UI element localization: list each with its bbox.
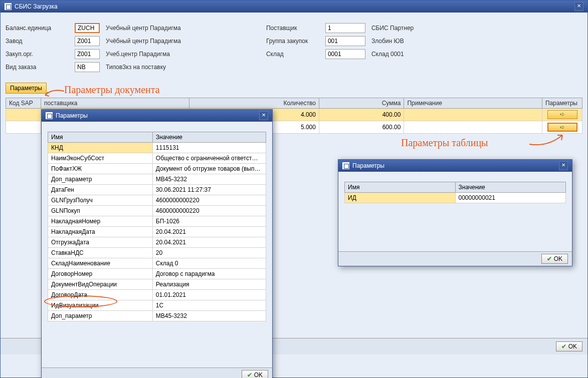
form-desc: ТиповЗкз на поставку (106, 64, 166, 71)
close-icon[interactable]: ✕ (574, 2, 583, 11)
dialog-doc-params: Параметры ✕ Имя Значение КНД1115131НаимЭ… (41, 109, 273, 378)
col-name[interactable]: Имя (345, 182, 456, 193)
param-row[interactable]: ИД00000000021 (345, 193, 566, 203)
param-row[interactable]: ДоговорДата01.01.2021 (48, 290, 266, 300)
param-row[interactable]: ДатаГен30.06.2021 11:27:37 (48, 185, 266, 195)
cell-sum: 400.00 (319, 109, 404, 121)
dialog-row-params: Параметры ✕ Имя Значение ИД00000000021 ✔… (338, 159, 572, 266)
cell (6, 109, 41, 121)
param-row[interactable]: ОтгрузкаДата20.04.2021 (48, 237, 266, 248)
param-name: ПоФактХЖ (48, 164, 153, 174)
row-param-table: Имя Значение ИД00000000021 (344, 182, 566, 203)
param-value: Общество с ограниченной ответст… (152, 153, 266, 164)
param-name: Доп_параметр (48, 174, 153, 185)
row-param-button[interactable]: ➪ (547, 110, 577, 119)
form-input-1[interactable] (75, 36, 100, 46)
param-name: ОтгрузкаДата (48, 237, 153, 248)
form-label: Вид заказа (6, 64, 71, 71)
param-row[interactable]: НакладнаяНомерБП-1026 (48, 216, 266, 227)
param-value: МВ45-3232 (152, 311, 266, 321)
col-name[interactable]: Имя (48, 132, 153, 143)
cell (6, 121, 41, 134)
param-value: МВ45-3232 (152, 174, 266, 185)
param-row[interactable]: СтавкаНДС20 (48, 248, 266, 258)
form-desc: Учеб.центр Парадигма (106, 51, 170, 58)
param-value: 4600000000220 (152, 195, 266, 206)
table-header[interactable]: Параметры (542, 98, 582, 109)
form-input-r-0[interactable] (325, 23, 365, 33)
dialog-doc-title: Параметры (56, 112, 88, 119)
param-name: НакладнаяНомер (48, 216, 153, 227)
param-row[interactable]: СкладНаименованиеСклад 0 (48, 258, 266, 269)
param-row[interactable]: НакладнаяДата20.04.2021 (48, 227, 266, 237)
table-header[interactable]: Сумма (319, 98, 404, 109)
doc-param-table: Имя Значение КНД1115131НаимЭконСубСостОб… (48, 132, 266, 321)
form-input-r-2[interactable] (325, 49, 365, 59)
param-value: 1С (152, 300, 266, 311)
params-button[interactable]: Параметры (6, 83, 47, 94)
param-name: ДоговорДата (48, 290, 153, 300)
param-value: 20.04.2021 (152, 237, 266, 248)
param-row[interactable]: НаимЭконСубСостОбщество с ограниченной о… (48, 153, 266, 164)
form-input-0[interactable] (75, 23, 100, 33)
main-titlebar[interactable]: СБИС Загрузка ✕ (1, 1, 587, 13)
cell-param: ➪ (542, 109, 582, 121)
form-label: Закуп.орг. (6, 51, 71, 58)
param-row[interactable]: ДоговорНомерДоговор с парадигма (48, 269, 266, 279)
arrow-right-icon: ➪ (560, 124, 565, 131)
param-value: БП-1026 (152, 216, 266, 227)
dialog-icon (342, 162, 349, 169)
param-name: GLNГрузПолуч (48, 195, 153, 206)
app-icon (5, 3, 12, 10)
form-input-2[interactable] (75, 49, 100, 59)
cell-param: ➪ (542, 121, 582, 134)
param-row[interactable]: ДокументВидОперацииРеализация (48, 279, 266, 290)
form-label: Группа закупок (266, 38, 321, 45)
dialog-doc-ok-button[interactable]: ✔OK (242, 370, 268, 378)
dialog-doc-close-icon[interactable]: ✕ (259, 111, 268, 120)
param-row[interactable]: GLNПокуп4600000000220 (48, 206, 266, 216)
param-row[interactable]: Доп_параметрМВ45-3232 (48, 311, 266, 321)
form-label: Завод (6, 38, 71, 45)
param-name: Доп_параметр (48, 311, 153, 321)
param-row[interactable]: Доп_параметрМВ45-3232 (48, 174, 266, 185)
param-row[interactable]: GLNГрузПолуч4600000000220 (48, 195, 266, 206)
col-value[interactable]: Значение (152, 132, 266, 143)
dialog-doc-titlebar[interactable]: Параметры ✕ (42, 110, 272, 122)
param-row[interactable]: ИдВизуализации1С (48, 300, 266, 311)
param-name: СтавкаНДС (48, 248, 153, 258)
table-header[interactable]: Количество (189, 98, 319, 109)
param-value: Реализация (152, 279, 266, 290)
table-header[interactable]: Код SAP (6, 98, 41, 109)
cell-note (404, 109, 542, 121)
form-input-3[interactable] (75, 62, 100, 72)
dialog-row-ok-button[interactable]: ✔OK (541, 254, 568, 264)
table-header[interactable]: Примечание (404, 98, 542, 109)
param-value: 00000000021 (455, 193, 566, 203)
col-value[interactable]: Значение (455, 182, 566, 193)
dialog-row-titlebar[interactable]: Параметры ✕ (338, 160, 572, 172)
form-desc: СБИС Партнер (371, 25, 414, 32)
main-ok-button[interactable]: ✔OK (556, 341, 582, 351)
dialog-row-close-icon[interactable]: ✕ (559, 161, 568, 170)
param-name: ДатаГен (48, 185, 153, 195)
param-row[interactable]: ПоФактХЖДокумент об отгрузке товаров (вы… (48, 164, 266, 174)
param-value: Договор с парадигма (152, 269, 266, 279)
cell-sum: 600.00 (319, 121, 404, 134)
param-value: Склад 0 (152, 258, 266, 269)
form-desc: Учебный центр Парадигма (106, 25, 181, 32)
param-value: 30.06.2021 11:27:37 (152, 185, 266, 195)
row-param-button[interactable]: ➪ (547, 123, 577, 132)
param-row[interactable]: КНД1115131 (48, 143, 266, 153)
dialog-row-title: Параметры (352, 162, 384, 169)
param-name: GLNПокуп (48, 206, 153, 216)
param-value: 1115131 (152, 143, 266, 153)
form-desc: Злобин ЮВ (371, 38, 404, 45)
param-name: ИдВизуализации (48, 300, 153, 311)
param-name: НакладнаяДата (48, 227, 153, 237)
param-name: КНД (48, 143, 153, 153)
form-input-r-1[interactable] (325, 36, 365, 46)
table-header[interactable]: поставщика (41, 98, 189, 109)
param-value: 20.04.2021 (152, 227, 266, 237)
dialog-icon (46, 112, 53, 119)
